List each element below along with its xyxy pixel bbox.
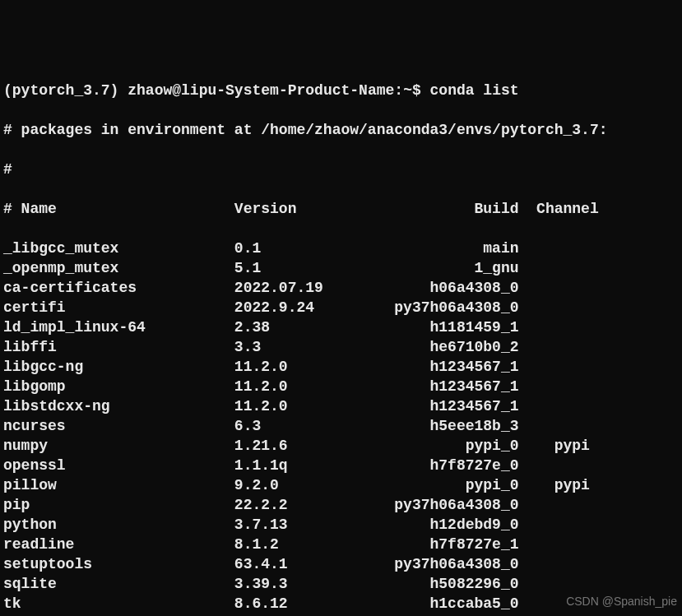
table-row: python 3.7.13 h12debd9_0 — [3, 515, 679, 535]
env-comment-line: # packages in environment at /home/zhaow… — [3, 120, 679, 140]
hash-line: # — [3, 160, 679, 179]
prompt-userhost: zhaow@lipu-System-Product-Name — [128, 82, 394, 99]
table-row: readline 8.1.2 h7f8727e_1 — [3, 535, 679, 554]
table-row: ld_impl_linux-64 2.38 h1181459_1 — [3, 317, 679, 337]
table-row: certifi 2022.9.24 py37h06a4308_0 — [3, 298, 679, 317]
prompt-line-top[interactable]: (pytorch_3.7) zhaow@lipu-System-Product-… — [3, 81, 679, 100]
table-row: libstdcxx-ng 11.2.0 h1234567_1 — [3, 396, 679, 416]
table-row: numpy 1.21.6 pypi_0 pypi — [3, 436, 679, 456]
table-row: pip 22.2.2 py37h06a4308_0 — [3, 495, 679, 515]
prompt-env: (pytorch_3.7) — [3, 82, 118, 99]
entered-command: conda list — [430, 82, 519, 99]
table-header-row: # Name Version Build Channel — [3, 199, 679, 219]
table-row: libgcc-ng 11.2.0 h1234567_1 — [3, 357, 679, 377]
table-row: _libgcc_mutex 0.1 main — [3, 239, 679, 258]
table-row: openssl 1.1.1q h7f8727e_0 — [3, 456, 679, 475]
table-row: libffi 3.3 he6710b0_2 — [3, 337, 679, 357]
table-row: ca-certificates 2022.07.19 h06a4308_0 — [3, 278, 679, 298]
table-row: libgomp 11.2.0 h1234567_1 — [3, 377, 679, 396]
table-row: pillow 9.2.0 pypi_0 pypi — [3, 475, 679, 495]
table-row: setuptools 63.4.1 py37h06a4308_0 — [3, 554, 679, 574]
watermark: CSDN @Spanish_pie — [566, 591, 677, 611]
package-list: _libgcc_mutex 0.1 main_openmp_mutex 5.1 … — [3, 239, 679, 616]
table-row: _openmp_mutex 5.1 1_gnu — [3, 258, 679, 278]
table-row: ncurses 6.3 h5eee18b_3 — [3, 416, 679, 436]
prompt-path: ~ — [403, 82, 412, 99]
